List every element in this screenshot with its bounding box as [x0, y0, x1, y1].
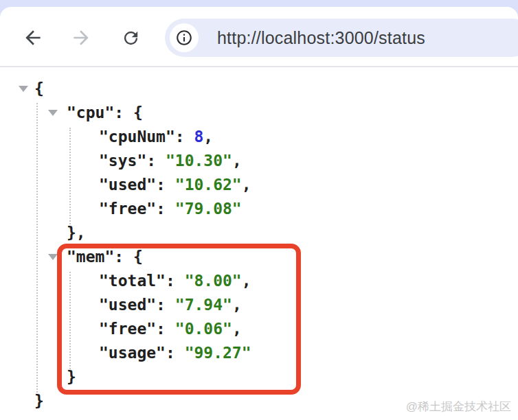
reload-button[interactable]: [121, 28, 141, 48]
json-line-mem-open: "mem": {: [0, 245, 518, 269]
json-line-root-open: {: [0, 77, 518, 101]
browser-toolbar: http://localhost:3000/status: [0, 7, 518, 67]
url-input[interactable]: http://localhost:3000/status: [217, 19, 425, 57]
address-bar[interactable]: http://localhost:3000/status: [165, 19, 518, 57]
json-line-mem-used: "used": "7.94",: [0, 293, 518, 317]
json-line-cpu-open: "cpu": {: [0, 101, 518, 125]
json-viewer: { "cpu": { "cpuNum": 8, "sys": "10.30", …: [0, 77, 518, 413]
json-line-cpu-free: "free": "79.08": [0, 197, 518, 221]
json-line-cpunum: "cpuNum": 8,: [0, 125, 518, 149]
reload-icon: [121, 28, 141, 48]
forward-button[interactable]: [70, 27, 92, 49]
json-line-mem-total: "total": "8.00",: [0, 269, 518, 293]
forward-arrow-icon: [70, 27, 92, 49]
info-icon: [175, 29, 193, 47]
watermark-text: @稀土掘金技术社区: [406, 399, 511, 415]
back-button[interactable]: [22, 27, 44, 49]
json-line-mem-close: }: [0, 365, 518, 389]
json-line-mem-free: "free": "0.06",: [0, 317, 518, 341]
json-line-cpu-sys: "sys": "10.30",: [0, 149, 518, 173]
site-info-button[interactable]: [170, 23, 199, 52]
back-arrow-icon: [22, 27, 44, 49]
json-line-mem-usage: "usage": "99.27": [0, 341, 518, 365]
json-line-cpu-close: },: [0, 221, 518, 245]
json-line-cpu-used: "used": "10.62",: [0, 173, 518, 197]
